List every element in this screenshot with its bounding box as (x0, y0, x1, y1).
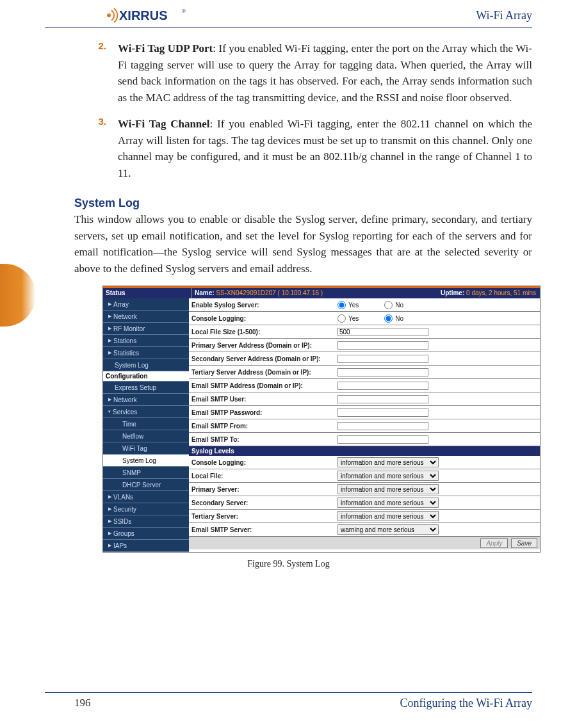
sidebar-item-ssids[interactable]: ▶SSIDs (103, 515, 189, 528)
radio-console-no[interactable] (384, 314, 393, 323)
input-smtp-from[interactable] (337, 422, 428, 430)
radio-label-no: No (395, 315, 403, 322)
row-smtp-address: Email SMTP Address (Domain or IP): (189, 379, 540, 392)
label-level-tertiary: Tertiary Server: (191, 513, 337, 520)
select-level-local[interactable]: information and more serious (337, 471, 439, 481)
svg-text:XIRRUS: XIRRUS (119, 8, 168, 22)
row-level-secondary: Secondary Server: information and more s… (189, 496, 540, 510)
row-console-logging: Console Logging: Yes No (189, 312, 540, 325)
row-tertiary-server: Tertiary Server Address (Domain or IP): (189, 366, 540, 379)
section-intro: This window allows you to enable or disa… (74, 211, 532, 277)
caret-icon: ▶ (108, 506, 111, 512)
sidebar-item-network-config[interactable]: ▶Network (103, 394, 189, 406)
row-level-primary: Primary Server: information and more ser… (189, 483, 540, 496)
caret-icon: ▾ (108, 409, 111, 414)
list-number: 3. (95, 116, 106, 181)
input-smtp-address[interactable] (337, 382, 428, 390)
header-title: Wi-Fi Array (476, 9, 532, 22)
sidebar-item-groups[interactable]: ▶Groups (103, 528, 189, 540)
sidebar-item-dhcp[interactable]: DHCP Server (103, 479, 189, 491)
row-secondary-server: Secondary Server Address (Domain or IP): (189, 352, 540, 366)
sidebar-item-services[interactable]: ▾Services (103, 406, 189, 418)
row-file-size: Local File Size (1-500): (189, 325, 540, 339)
label-console-logging: Console Logging: (191, 315, 337, 322)
radio-label-yes: Yes (348, 302, 359, 309)
input-smtp-user[interactable] (337, 395, 428, 403)
label-level-primary: Primary Server: (191, 486, 337, 493)
select-level-primary[interactable]: information and more serious (337, 484, 439, 494)
list-item-title: Wi-Fi Tag Channel (118, 118, 210, 130)
row-level-tertiary: Tertiary Server: information and more se… (189, 510, 540, 523)
status-label: Status (103, 288, 191, 298)
caret-icon: ▶ (108, 543, 111, 548)
sidebar-item-vlans[interactable]: ▶VLANs (103, 491, 189, 503)
input-tertiary-server[interactable] (337, 368, 428, 376)
list-text: Wi-Fi Tag UDP Port: If you enabled Wi-Fi… (118, 40, 532, 106)
sidebar-item-express-setup[interactable]: Express Setup (103, 382, 189, 394)
select-level-email[interactable]: warning and more serious (337, 524, 439, 535)
caret-icon: ▶ (108, 314, 111, 319)
caret-icon: ▶ (108, 326, 111, 331)
label-file-size: Local File Size (1-500): (191, 328, 337, 336)
sidebar-item-stations[interactable]: ▶Stations (103, 335, 189, 347)
sidebar-group-configuration: Configuration (103, 371, 189, 382)
input-secondary-server[interactable] (337, 355, 428, 363)
xirrus-logo: XIRRUS ® (102, 6, 199, 24)
sidebar-item-network[interactable]: ▶Network (103, 311, 189, 323)
thumb-tab (0, 264, 36, 327)
label-level-secondary: Secondary Server: (191, 499, 337, 506)
radio-enable-yes[interactable] (337, 301, 346, 309)
page-footer: 196 Configuring the Wi-Fi Array (45, 692, 532, 710)
sidebar-item-system-log-selected[interactable]: System Log (103, 455, 189, 467)
label-secondary-server: Secondary Server Address (Domain or IP): (191, 355, 337, 362)
select-level-secondary[interactable]: information and more serious (337, 497, 439, 508)
caret-icon: ▶ (108, 338, 111, 343)
list-item-title: Wi-Fi Tag UDP Port (118, 42, 213, 54)
row-smtp-from: Email SMTP From: (189, 419, 540, 433)
input-smtp-password[interactable] (337, 408, 428, 417)
footer-title: Configuring the Wi-Fi Array (400, 697, 532, 710)
sidebar-item-rf-monitor[interactable]: ▶RF Monitor (103, 323, 189, 335)
sidebar-item-iaps[interactable]: ▶IAPs (103, 540, 189, 552)
sidebar-item-snmp[interactable]: SNMP (103, 467, 189, 479)
page-number: 196 (74, 697, 91, 710)
section-heading: System Log (74, 197, 532, 210)
caret-icon: ▶ (108, 494, 111, 499)
sidebar-item-wifi-tag[interactable]: WiFi Tag (103, 442, 189, 455)
label-level-email: Email SMTP Server: (191, 526, 337, 533)
caret-icon: ▶ (108, 397, 111, 402)
row-enable-syslog: Enable Syslog Server: Yes No (189, 298, 540, 312)
radio-enable-no[interactable] (384, 301, 393, 309)
label-enable-syslog: Enable Syslog Server: (191, 302, 337, 309)
sidebar-item-array[interactable]: ▶Array (103, 298, 189, 311)
apply-button[interactable]: Apply (480, 538, 508, 548)
sidebar-item-statistics[interactable]: ▶Statistics (103, 347, 189, 359)
input-primary-server[interactable] (337, 341, 428, 350)
input-file-size[interactable] (337, 328, 428, 336)
sidebar-item-netflow[interactable]: Netflow (103, 430, 189, 442)
caret-icon: ▶ (108, 531, 111, 536)
row-level-email: Email SMTP Server: warning and more seri… (189, 523, 540, 537)
input-smtp-to[interactable] (337, 435, 428, 444)
sidebar-item-time[interactable]: Time (103, 418, 189, 430)
select-level-tertiary[interactable]: information and more serious (337, 511, 439, 521)
uptime: Uptime: 0 days, 2 hours, 51 mins (441, 288, 540, 298)
form-panel: Enable Syslog Server: Yes No Console Log… (189, 298, 540, 552)
label-smtp-from: Email SMTP From: (191, 423, 337, 430)
status-bar: Status Name: SS-XN0429091D207 ( 10.100.4… (103, 288, 540, 298)
save-button[interactable]: Save (511, 538, 537, 548)
list-text: Wi-Fi Tag Channel: If you enabled Wi-Fi … (118, 116, 532, 181)
label-tertiary-server: Tertiary Server Address (Domain or IP): (191, 369, 337, 376)
row-level-console: Console Logging: information and more se… (189, 456, 540, 469)
sidebar-item-system-log[interactable]: System Log (103, 359, 189, 371)
caret-icon: ▶ (108, 302, 111, 307)
svg-text:®: ® (182, 8, 186, 14)
sidebar-item-security[interactable]: ▶Security (103, 503, 189, 515)
list-item: 3. Wi-Fi Tag Channel: If you enabled Wi-… (95, 116, 532, 181)
select-level-console[interactable]: information and more serious (337, 457, 439, 467)
figure-caption: Figure 99. System Log (45, 559, 532, 569)
radio-console-yes[interactable] (337, 314, 346, 323)
label-level-console: Console Logging: (191, 459, 337, 466)
syslog-levels-header: Syslog Levels (189, 446, 540, 456)
label-smtp-password: Email SMTP Password: (191, 409, 337, 416)
